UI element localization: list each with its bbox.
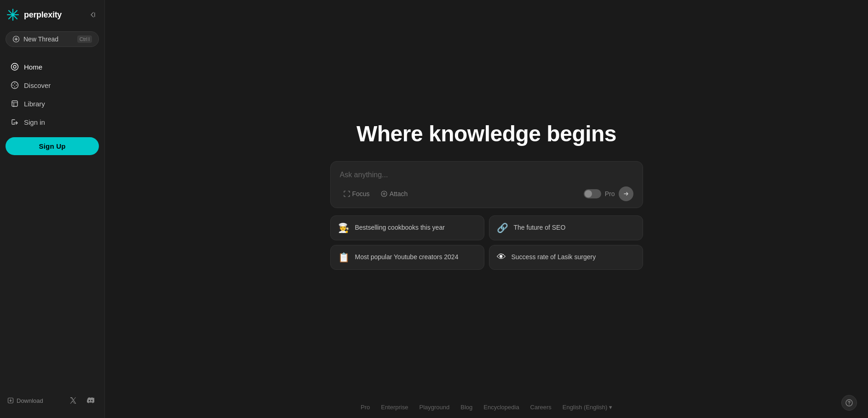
sidebar-item-library-label: Library bbox=[24, 100, 45, 108]
new-thread-button[interactable]: New Thread Ctrl I bbox=[6, 31, 99, 47]
sidebar-header: perplexity bbox=[6, 7, 99, 22]
home-icon bbox=[10, 62, 19, 71]
sidebar-nav: Home Discover Library Sign in bbox=[6, 58, 99, 132]
signin-icon bbox=[10, 117, 19, 127]
seo-emoji: 🔗 bbox=[497, 222, 508, 233]
footer-link-pro[interactable]: Pro bbox=[361, 404, 370, 411]
search-container: Focus Attach Pro bbox=[330, 161, 643, 208]
focus-icon bbox=[344, 191, 350, 197]
discord-icon[interactable] bbox=[84, 394, 97, 407]
svg-rect-6 bbox=[12, 101, 17, 106]
submit-button[interactable] bbox=[619, 186, 633, 201]
sidebar-item-discover[interactable]: Discover bbox=[6, 76, 99, 94]
sidebar-bottom: Download bbox=[6, 390, 99, 411]
footer: Pro Enterprise Playground Blog Encyclope… bbox=[105, 404, 868, 411]
toggle-knob bbox=[585, 190, 592, 197]
attach-icon bbox=[381, 191, 387, 197]
svg-point-3 bbox=[11, 64, 18, 70]
sidebar-item-home-label: Home bbox=[24, 63, 42, 71]
help-button[interactable] bbox=[841, 395, 857, 411]
social-links bbox=[67, 394, 97, 407]
signup-button[interactable]: Sign Up bbox=[6, 137, 99, 155]
download-label: Download bbox=[17, 397, 43, 404]
suggestion-seo[interactable]: 🔗 The future of SEO bbox=[489, 215, 643, 240]
youtube-emoji: 📋 bbox=[338, 252, 350, 263]
svg-point-4 bbox=[13, 65, 16, 68]
library-icon bbox=[10, 99, 19, 108]
svg-point-5 bbox=[11, 82, 18, 89]
sidebar-item-home[interactable]: Home bbox=[6, 58, 99, 75]
main-content: Where knowledge begins Focus Attach Pro bbox=[105, 0, 868, 418]
focus-button[interactable]: Focus bbox=[340, 188, 374, 200]
footer-link-encyclopedia[interactable]: Encyclopedia bbox=[483, 404, 519, 411]
pro-toggle[interactable] bbox=[584, 189, 601, 198]
cookbooks-emoji: 🧑‍🍳 bbox=[338, 222, 350, 233]
footer-link-enterprise[interactable]: Enterprise bbox=[381, 404, 408, 411]
logo-area: perplexity bbox=[6, 7, 62, 22]
suggestions-grid: 🧑‍🍳 Bestselling cookbooks this year 🔗 Th… bbox=[330, 215, 643, 270]
download-link[interactable]: Download bbox=[7, 397, 43, 404]
perplexity-logo-icon bbox=[6, 7, 20, 22]
search-toolbar: Focus Attach Pro bbox=[340, 186, 633, 201]
footer-link-language[interactable]: English (English) ▾ bbox=[563, 404, 612, 411]
attach-label: Attach bbox=[390, 190, 408, 197]
logo-text: perplexity bbox=[24, 10, 62, 20]
sidebar: perplexity New Thread Ctrl I Home Discov… bbox=[0, 0, 105, 418]
download-icon bbox=[7, 397, 14, 404]
collapse-sidebar-button[interactable] bbox=[86, 8, 99, 21]
svg-rect-1 bbox=[94, 12, 95, 17]
footer-link-careers[interactable]: Careers bbox=[530, 404, 552, 411]
sidebar-item-discover-label: Discover bbox=[24, 81, 51, 89]
help-icon bbox=[845, 399, 853, 406]
submit-arrow-icon bbox=[623, 191, 629, 197]
attach-button[interactable]: Attach bbox=[377, 188, 412, 200]
svg-point-10 bbox=[849, 404, 850, 405]
footer-link-blog[interactable]: Blog bbox=[460, 404, 472, 411]
suggestion-lasik[interactable]: 👁 Success rate of Lasik surgery bbox=[489, 245, 643, 270]
lasik-emoji: 👁 bbox=[497, 252, 506, 262]
cookbooks-text: Bestselling cookbooks this year bbox=[355, 223, 445, 232]
pro-label: Pro bbox=[605, 190, 615, 197]
youtube-text: Most popular Youtube creators 2024 bbox=[355, 253, 459, 261]
discover-icon bbox=[10, 81, 19, 90]
twitter-x-icon[interactable] bbox=[67, 394, 80, 407]
suggestion-cookbooks[interactable]: 🧑‍🍳 Bestselling cookbooks this year bbox=[330, 215, 484, 240]
search-input[interactable] bbox=[340, 171, 633, 179]
lasik-text: Success rate of Lasik surgery bbox=[512, 253, 596, 261]
sidebar-item-signin-label: Sign in bbox=[24, 118, 45, 126]
new-thread-shortcut: Ctrl I bbox=[77, 35, 92, 43]
new-thread-label: New Thread bbox=[23, 35, 58, 43]
footer-link-playground[interactable]: Playground bbox=[419, 404, 449, 411]
page-title: Where knowledge begins bbox=[356, 121, 616, 146]
sidebar-item-signin[interactable]: Sign in bbox=[6, 113, 99, 131]
seo-text: The future of SEO bbox=[514, 223, 566, 232]
focus-label: Focus bbox=[352, 190, 370, 197]
pro-toggle-area: Pro bbox=[584, 186, 633, 201]
svg-point-0 bbox=[11, 13, 14, 16]
suggestion-youtube[interactable]: 📋 Most popular Youtube creators 2024 bbox=[330, 245, 484, 270]
sidebar-item-library[interactable]: Library bbox=[6, 95, 99, 112]
